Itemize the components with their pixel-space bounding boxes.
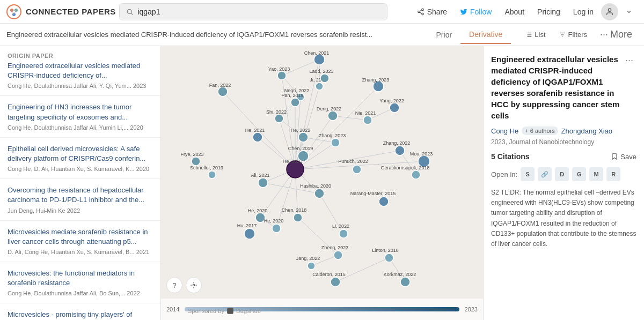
svg-point-89	[334, 251, 342, 259]
graph-node[interactable]: Zheng, 2023	[321, 245, 349, 259]
paper-year: 2023	[491, 138, 506, 146]
graph-node[interactable]: Yang, 2022	[379, 98, 404, 113]
graph-node[interactable]: Geratikornsupuk, 2018	[380, 165, 429, 179]
breadcrumb-title: Engineered extracellular vesicles mediat…	[6, 31, 393, 39]
author-more-badge: + 6 authors	[522, 126, 558, 135]
graph-node[interactable]: Zhang, 2022	[383, 140, 411, 155]
locate-icon	[190, 281, 197, 289]
svg-point-91	[331, 277, 340, 287]
toolbar-buttons: List Filters ··· More	[519, 26, 638, 43]
graph-node[interactable]: Chen, 2018	[282, 207, 307, 222]
user-menu-chevron[interactable]	[620, 6, 638, 18]
open-in-google-scholar[interactable]: G	[572, 167, 586, 181]
share-button[interactable]: Share	[412, 5, 452, 19]
svg-point-74	[253, 132, 262, 142]
author-main: Cong He	[491, 127, 518, 135]
svg-line-12	[420, 12, 422, 13]
chevron-down-icon	[626, 9, 632, 15]
graph-node[interactable]: Nie, 2021	[355, 110, 376, 124]
center-panel[interactable]: He, 2023Chen, 2021Yao, 2023Ji, 2023Fan, …	[161, 46, 483, 320]
svg-point-73	[331, 138, 340, 147]
open-in-research[interactable]: R	[606, 167, 620, 181]
graph-node-label: Yao, 2023	[268, 66, 290, 72]
graph-node[interactable]: Schneller, 2019	[190, 165, 223, 178]
citations-row: 5 Citations Save	[491, 152, 636, 161]
graph-node[interactable]: Frye, 2023	[180, 152, 203, 166]
locate-button[interactable]	[186, 277, 202, 293]
graph-node[interactable]: Jang, 2022	[296, 256, 320, 270]
svg-point-92	[385, 254, 393, 262]
search-bar[interactable]	[119, 3, 387, 20]
svg-point-76	[192, 157, 200, 166]
svg-point-95	[353, 165, 361, 174]
save-button[interactable]: Save	[611, 153, 636, 161]
login-button[interactable]: Log in	[568, 5, 599, 19]
list-item[interactable]: Engineering of HN3 increases the tumor t…	[0, 96, 160, 137]
graph-node[interactable]: He, 2021	[245, 128, 265, 142]
search-input[interactable]	[137, 8, 380, 16]
svg-point-87	[294, 213, 302, 222]
pricing-button[interactable]: Pricing	[532, 5, 566, 19]
graph-node[interactable]: Chen, 2021	[304, 50, 330, 65]
graph-node[interactable]: Korkmaz, 2022	[384, 272, 416, 287]
graph-node-label: Zhang, 2022	[383, 140, 411, 146]
help-button[interactable]: ?	[166, 277, 182, 293]
open-in-map[interactable]: M	[589, 167, 603, 181]
graph-node[interactable]: Narang-Master, 2015	[350, 191, 396, 206]
svg-point-0	[7, 5, 21, 19]
open-in-link[interactable]: 🔗	[538, 167, 552, 181]
graph-node[interactable]: Fan, 2022	[209, 83, 231, 96]
open-in-semantic-scholar[interactable]: S	[521, 167, 535, 181]
graph-node[interactable]: Zhang, 2023	[362, 77, 390, 92]
paper-options-button[interactable]: ···	[622, 54, 636, 67]
graph-node[interactable]: Shi, 2022	[266, 109, 287, 123]
graph-node-label: Korkmaz, 2022	[384, 272, 416, 277]
user-avatar-button[interactable]	[601, 3, 618, 20]
header: CONNECTED PAPERS Share Follow About Pric…	[0, 0, 644, 24]
graph-node-label: Hashiba, 2020	[300, 183, 331, 189]
filters-button[interactable]: Filters	[553, 27, 592, 42]
svg-line-50	[333, 116, 368, 120]
open-in-doi[interactable]: D	[555, 167, 569, 181]
graph-area[interactable]: He, 2023Chen, 2021Yao, 2023Ji, 2023Fan, …	[161, 46, 483, 320]
sponsored-area: Sponsored by DagsHub	[188, 307, 261, 315]
tab-derivative[interactable]: Derivative	[460, 26, 511, 44]
graph-node[interactable]: Deng, 2022	[317, 106, 342, 121]
author-link[interactable]: Zhongdang Xiao	[561, 127, 612, 135]
list-item[interactable]: Microvesicles mediate sorafenib resistan…	[0, 221, 160, 262]
logo-icon	[6, 4, 21, 19]
graph-node[interactable]: Li, 2022	[332, 224, 349, 238]
svg-point-70	[363, 116, 372, 124]
graph-node[interactable]: Zhang, 2023	[319, 133, 346, 147]
graph-node[interactable]: He, 2020	[264, 218, 284, 233]
graph-node-label: He, 2021	[245, 128, 265, 133]
login-label: Log in	[573, 8, 594, 16]
search-icon	[126, 8, 133, 16]
share-label: Share	[427, 8, 447, 16]
paper-detail-meta: 2023, Journal of Nanobiotechnology	[491, 138, 636, 146]
list-item[interactable]: Microvesicles - promising tiny players' …	[0, 303, 160, 320]
list-item[interactable]: Epithelial cell derived microvesicles: A…	[0, 138, 160, 179]
tab-prior[interactable]: Prior	[428, 26, 461, 44]
paper-detail-title: Engineered extracellular vesicles mediat…	[491, 54, 622, 121]
logo-text: CONNECTED PAPERS	[26, 7, 116, 16]
graph-node-label: Hu, 2017	[237, 223, 257, 228]
about-button[interactable]: About	[499, 5, 530, 19]
graph-node[interactable]: Calderon, 2015	[312, 272, 346, 287]
graph-node[interactable]: Yao, 2023	[268, 66, 290, 80]
graph-node[interactable]: Hu, 2017	[237, 223, 257, 239]
more-button[interactable]: ··· More	[595, 26, 638, 43]
filters-label: Filters	[568, 31, 587, 39]
svg-point-82	[258, 178, 268, 188]
graph-node[interactable]: He, 2023	[283, 159, 304, 178]
list-button[interactable]: List	[519, 27, 551, 42]
list-item[interactable]: Origin paperEngineered extracellular ves…	[0, 46, 160, 96]
graph-node[interactable]: Ali, 2021	[251, 173, 269, 188]
list-item[interactable]: Overcoming the resistance of hepatocellu…	[0, 179, 160, 220]
svg-point-75	[291, 98, 299, 107]
graph-node[interactable]: He, 2022	[291, 128, 311, 142]
follow-button[interactable]: Follow	[455, 5, 497, 19]
graph-node[interactable]: Linton, 2018	[372, 248, 399, 262]
list-item[interactable]: Microvesicles: the functional mediators …	[0, 262, 160, 303]
svg-rect-102	[227, 308, 233, 314]
